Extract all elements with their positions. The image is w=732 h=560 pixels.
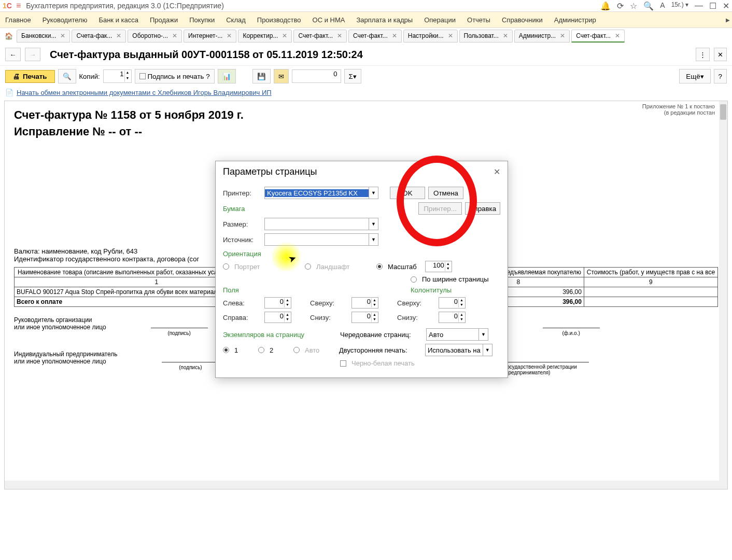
- copies-2-radio[interactable]: [258, 347, 264, 353]
- home-tab[interactable]: 🏠: [3, 30, 15, 42]
- source-select[interactable]: ▼: [264, 233, 378, 246]
- print-button[interactable]: 🖨Печать: [5, 70, 55, 83]
- copies-auto-radio[interactable]: [293, 347, 300, 353]
- hamburger-icon[interactable]: ≡: [16, 1, 21, 10]
- alternation-select[interactable]: Авто▼: [426, 328, 488, 341]
- tab-close-icon[interactable]: ✕: [116, 32, 121, 39]
- tab-close-icon[interactable]: ✕: [392, 32, 397, 39]
- dialog-title-bar: Параметры страницы ✕: [216, 161, 508, 183]
- tab[interactable]: Корректир...✕: [238, 30, 292, 43]
- close-icon[interactable]: ✕: [723, 1, 729, 11]
- numeric-field[interactable]: 0: [292, 69, 341, 83]
- tab[interactable]: Интернет-...✕: [184, 30, 236, 43]
- tab[interactable]: Настройки...✕: [403, 30, 458, 43]
- source-label: Источник:: [223, 236, 261, 244]
- tab-close-icon[interactable]: ✕: [172, 32, 177, 39]
- scale-input[interactable]: 100▲▼: [425, 261, 452, 272]
- tab-close-icon[interactable]: ✕: [282, 32, 287, 39]
- menu-scroll-right-icon[interactable]: ▶: [726, 17, 730, 23]
- bell-icon[interactable]: 🔔: [600, 1, 611, 11]
- header-bottom-input[interactable]: 0▲▼: [439, 312, 466, 323]
- document-title: Счет-фактура выданный 00УТ-0001158 от 05…: [50, 49, 692, 61]
- chevron-down-icon[interactable]: ▼: [369, 187, 378, 199]
- maximize-icon[interactable]: ☐: [709, 1, 716, 11]
- dropdown-icon[interactable]: 15r.) ▾: [671, 1, 688, 11]
- tab[interactable]: Администр...✕: [514, 30, 570, 43]
- help-dialog-button[interactable]: Справка: [465, 202, 500, 215]
- history-icon[interactable]: ⟳: [617, 1, 624, 11]
- star-icon[interactable]: ☆: [630, 1, 637, 11]
- mainmenu-item[interactable]: Продажи: [150, 16, 178, 24]
- printer-settings-button[interactable]: Принтер...: [418, 202, 462, 215]
- tab-close-icon[interactable]: ✕: [60, 32, 65, 39]
- close-doc-button[interactable]: ✕: [714, 48, 727, 61]
- landscape-radio[interactable]: [305, 263, 311, 270]
- tab[interactable]: Счет-факт...✕: [571, 30, 625, 43]
- portrait-radio[interactable]: [223, 263, 229, 270]
- copies-1-radio[interactable]: [223, 347, 229, 353]
- tab-close-icon[interactable]: ✕: [503, 32, 508, 39]
- sign-stamp-checkbox[interactable]: Подпись и печать ?: [135, 69, 215, 83]
- size-select[interactable]: ▼: [264, 218, 378, 230]
- sigma-button[interactable]: Σ ▾: [344, 69, 361, 83]
- paper-section-label: Бумага: [223, 205, 293, 213]
- minimize-icon[interactable]: —: [695, 1, 703, 11]
- mainmenu-item[interactable]: Операции: [424, 16, 456, 24]
- bywidth-radio[interactable]: [411, 276, 417, 283]
- nav-back-button[interactable]: ←: [5, 48, 21, 61]
- mainmenu-item[interactable]: Справочники: [502, 16, 543, 24]
- titlebar: 1С ≡ Бухгалтерия предприятия, редакция 3…: [0, 0, 732, 11]
- mainmenu-item[interactable]: Главное: [5, 16, 31, 24]
- mainmenu-item[interactable]: Покупки: [189, 16, 215, 24]
- tab[interactable]: Счет-факт...✕: [348, 30, 402, 43]
- save-button[interactable]: 💾: [252, 69, 271, 83]
- duplex-select[interactable]: Использовать на▼: [425, 344, 492, 356]
- preview-button[interactable]: 🔍: [58, 69, 76, 83]
- tab[interactable]: Счета-фак...✕: [72, 30, 126, 43]
- tab[interactable]: Счет-факт...✕: [293, 30, 347, 43]
- size-label: Размер:: [223, 220, 261, 228]
- mainmenu-item[interactable]: Склад: [226, 16, 246, 24]
- more-button[interactable]: Ещё ▾: [679, 69, 710, 83]
- edo-start-link[interactable]: Начать обмен электронными документами с …: [17, 89, 272, 96]
- margin-right-input[interactable]: 0▲▼: [264, 312, 291, 323]
- tab-close-icon[interactable]: ✕: [227, 32, 232, 39]
- app-title: Бухгалтерия предприятия, редакция 3.0 (1…: [26, 2, 600, 10]
- cancel-button[interactable]: Отмена: [428, 187, 463, 199]
- mainmenu-item[interactable]: Руководителю: [43, 16, 88, 24]
- scale-radio[interactable]: [376, 263, 383, 270]
- mainmenu-item[interactable]: Администрир: [554, 16, 596, 24]
- tab[interactable]: Оборотно-...✕: [128, 30, 182, 43]
- tab[interactable]: Банковски...✕: [17, 30, 70, 43]
- copies-input[interactable]: 1▲▼: [103, 69, 132, 83]
- header-top-input[interactable]: 0▲▼: [439, 297, 466, 309]
- tab[interactable]: Пользоват...✕: [459, 30, 513, 43]
- tab-close-icon[interactable]: ✕: [615, 32, 620, 39]
- mainmenu-item[interactable]: ОС и НМА: [313, 16, 345, 24]
- mainmenu-item[interactable]: Банк и касса: [98, 16, 138, 24]
- dialog-close-button[interactable]: ✕: [494, 167, 500, 177]
- tab-close-icon[interactable]: ✕: [448, 32, 453, 39]
- nav-fwd-button[interactable]: →: [25, 48, 40, 61]
- kebab-button[interactable]: ⋮: [696, 48, 710, 61]
- tab-close-icon[interactable]: ✕: [560, 32, 565, 39]
- text-a-icon[interactable]: A: [660, 1, 665, 11]
- ok-button[interactable]: OK: [390, 187, 425, 199]
- mail-button[interactable]: ✉: [274, 69, 289, 83]
- margins-label: Поля: [223, 286, 407, 294]
- excel-button[interactable]: 📊: [218, 69, 236, 83]
- margin-left-input[interactable]: 0▲▼: [264, 297, 291, 309]
- mainmenu-item[interactable]: Производство: [257, 16, 301, 24]
- mainmenu-item[interactable]: Зарплата и кадры: [356, 16, 413, 24]
- bw-checkbox[interactable]: [340, 360, 346, 367]
- printer-select[interactable]: Kyocera ECOSYS P2135d KX ▼: [264, 187, 378, 199]
- margin-bottom-input[interactable]: 0▲▼: [351, 312, 378, 323]
- help-button[interactable]: ?: [714, 69, 727, 83]
- tab-close-icon[interactable]: ✕: [337, 32, 342, 39]
- headers-label: Колонтитулы: [411, 286, 452, 294]
- margin-top-input[interactable]: 0▲▼: [351, 297, 378, 309]
- mainmenu-item[interactable]: Отчеты: [467, 16, 490, 24]
- search-icon[interactable]: 🔍: [643, 1, 654, 11]
- scrollbar-h[interactable]: [5, 481, 719, 489]
- logo-1c: 1С: [3, 2, 12, 10]
